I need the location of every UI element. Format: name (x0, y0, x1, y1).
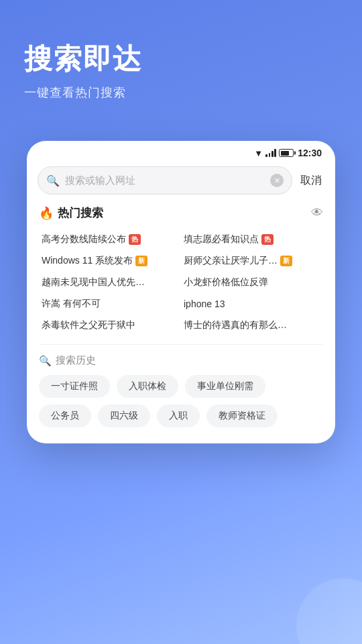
hot-item-text: 高考分数线陆续公布 (42, 233, 126, 246)
bottom-decoration (296, 578, 362, 644)
hot-search-title: 🔥 热门搜索 (39, 205, 103, 221)
phone-frame: ▼ 12:30 🔍 搜索或输入网址 ✕ 取消 🔥 (27, 141, 335, 443)
hot-search-item[interactable]: Windows 11 系统发布新 (39, 250, 181, 272)
fire-icon: 🔥 (39, 206, 54, 221)
hot-item-text: Windows 11 系统发布 (42, 255, 133, 267)
hot-search-item[interactable]: iphone 13 (181, 293, 323, 315)
history-tag[interactable]: 入职 (157, 405, 200, 427)
wifi-icon: ▼ (254, 148, 263, 158)
history-search-icon: 🔍 (39, 355, 52, 367)
search-icon: 🔍 (46, 174, 60, 187)
eye-icon[interactable]: 👁 (311, 206, 323, 220)
history-tag[interactable]: 公务员 (39, 405, 91, 427)
status-bar: ▼ 12:30 (27, 141, 335, 162)
hot-search-item[interactable]: 博士的待遇真的有那么… (181, 315, 323, 336)
battery-fill (281, 151, 289, 156)
hot-badge: 新 (280, 256, 292, 266)
header-section: 搜索即达 一键查看热门搜索 (0, 0, 362, 121)
hot-search-item[interactable]: 厨师父亲让厌学儿子…新 (181, 250, 323, 272)
hot-item-text: 越南未见现中国人优先… (42, 276, 145, 288)
hot-badge: 热 (129, 234, 141, 245)
page-main-title: 搜索即达 (24, 40, 338, 78)
search-input-wrapper[interactable]: 🔍 搜索或输入网址 ✕ (38, 166, 292, 195)
hot-search-item[interactable]: 小龙虾价格低位反弹 (181, 272, 323, 293)
hot-search-item[interactable]: 杀毒软件之父死于狱中 (39, 315, 181, 336)
hot-item-text: 博士的待遇真的有那么… (184, 319, 287, 331)
history-tag[interactable]: 事业单位刚需 (185, 375, 265, 398)
search-history-title: 🔍 搜索历史 (39, 354, 323, 367)
battery-icon (279, 149, 294, 157)
signal-icon (265, 149, 276, 157)
history-tag[interactable]: 入职体检 (117, 375, 178, 398)
hot-search-section: 🔥 热门搜索 👁 高考分数线陆续公布热填志愿必看知识点热Windows 11 系… (27, 195, 335, 336)
hot-search-item[interactable]: 许嵩 有何不可 (39, 293, 181, 315)
search-placeholder-text: 搜索或输入网址 (65, 174, 265, 187)
hot-item-text: 小龙虾价格低位反弹 (184, 276, 268, 288)
hot-search-item[interactable]: 填志愿必看知识点热 (181, 229, 323, 250)
history-tag[interactable]: 教师资格证 (206, 405, 278, 427)
hot-item-text: 厨师父亲让厌学儿子… (184, 255, 278, 267)
hot-item-text: iphone 13 (184, 299, 225, 309)
search-history-section: 🔍 搜索历史 一寸证件照入职体检事业单位刚需公务员四六级入职教师资格证 (27, 345, 335, 427)
history-tag[interactable]: 四六级 (98, 405, 150, 427)
page-sub-title: 一键查看热门搜索 (24, 85, 338, 101)
status-time: 12:30 (298, 148, 322, 158)
hot-search-item[interactable]: 高考分数线陆续公布热 (39, 229, 181, 250)
hot-badge: 热 (261, 234, 274, 245)
status-icons: ▼ (254, 148, 294, 158)
history-tag[interactable]: 一寸证件照 (39, 375, 110, 398)
hot-item-text: 杀毒软件之父死于狱中 (42, 319, 135, 331)
history-tags: 一寸证件照入职体检事业单位刚需公务员四六级入职教师资格证 (39, 375, 323, 427)
hot-item-text: 许嵩 有何不可 (42, 298, 101, 310)
hot-search-grid: 高考分数线陆续公布热填志愿必看知识点热Windows 11 系统发布新厨师父亲让… (39, 229, 323, 336)
search-bar: 🔍 搜索或输入网址 ✕ 取消 (38, 166, 324, 195)
hot-search-item[interactable]: 越南未见现中国人优先… (39, 272, 181, 293)
cancel-button[interactable]: 取消 (298, 174, 324, 188)
hot-item-text: 填志愿必看知识点 (184, 233, 259, 246)
search-clear-icon[interactable]: ✕ (270, 174, 284, 187)
hot-search-header: 🔥 热门搜索 👁 (39, 205, 323, 221)
hot-badge: 新 (135, 256, 147, 266)
